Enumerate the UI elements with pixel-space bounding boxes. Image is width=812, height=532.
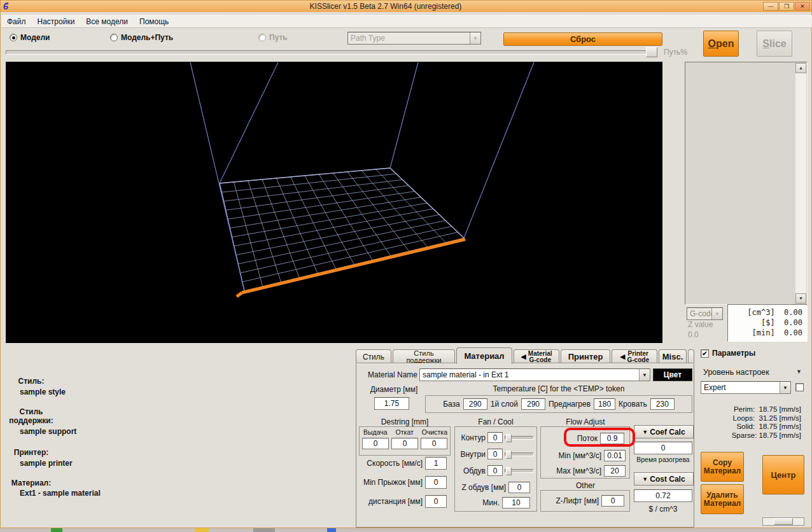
parameters-checkbox-box: ✔ [701,349,709,358]
fan-cooling-input[interactable] [487,465,503,476]
other-title: Other [541,481,630,490]
radio-models-circle [10,34,17,41]
destring-prime-input[interactable] [362,438,389,449]
coef-calc-dropdown-icon: ▼ [642,429,648,435]
fan-min-label: Мин. [458,498,500,507]
destring-title: Destring [mm] [360,417,450,426]
tab-style[interactable]: Стиль [356,349,391,363]
z-value-label: Z value [688,320,713,329]
cost-calc-button[interactable]: ▼ Cost Calc [634,472,694,486]
flow-min-label: Min [мм^3/с] [559,451,601,460]
flow-adjust-title: Flow Adjust [541,417,630,426]
flow-max-input[interactable] [604,465,626,477]
open-button[interactable]: Open [703,31,739,57]
window-title: KISSlicer v1.5 Beta 2.7 Win64 (unregiste… [8,2,763,11]
expert-level-select[interactable]: Expert ▼ [701,381,791,394]
material-summary-value: Ext1 - sample material [20,489,101,498]
copy-material-button[interactable]: Copy Материал [701,452,744,482]
tab-misc[interactable]: Misc. [659,349,687,363]
distance-input[interactable] [425,495,447,508]
menu-all-models[interactable]: Все модели [80,16,134,27]
maximize-button[interactable]: ❐ [779,2,794,11]
parameters-checkbox[interactable]: ✔ Параметры [701,349,755,358]
temp-firstlayer-label: 1й слой [491,400,518,409]
destring-wipe-input[interactable] [421,438,447,449]
scroll-down-button[interactable]: ▼ [795,293,806,304]
radio-models[interactable]: Модели [10,33,50,42]
destring-speed-input[interactable] [425,457,447,470]
flow-value-highlight-annotation [564,428,635,447]
cost-input[interactable] [634,489,692,502]
color-button[interactable]: Цвет [653,368,692,381]
temp-base-input[interactable] [463,398,487,410]
gcode-select[interactable]: G-code ▼ [687,307,723,320]
temp-bed-input[interactable] [650,398,675,410]
destring-suck-input[interactable] [391,438,418,449]
radio-models-label: Модели [20,33,50,42]
tab-printer-gcode[interactable]: ◀ Printer G-code [612,349,657,363]
z-fan-label: Z обдув [мм] [458,483,506,492]
minimize-button[interactable]: — [763,2,778,11]
app-icon: ϐ [3,2,8,11]
min-jump-label: Min Прыжок [мм] [358,478,423,487]
coef-calc-button[interactable]: ▼ Coef Calc [634,425,694,438]
close-button[interactable]: ✕ [795,2,810,11]
center-slider[interactable] [762,517,804,526]
support-summary-value: sample support [20,427,76,436]
temp-preheat-input[interactable] [594,398,615,410]
menu-file[interactable]: Файл [1,16,32,27]
reset-button[interactable]: Сброс [503,32,662,46]
temp-bed-label: Кровать [619,400,647,409]
tab-material[interactable]: Материал [456,347,512,364]
extra-settings-checkbox[interactable]: ✔ [795,383,804,391]
z-lift-input[interactable] [601,495,624,507]
tab-arrow-icon: ◀ [620,353,625,361]
path-percent-slider-handle[interactable] [646,47,657,57]
min-jump-input[interactable] [425,476,447,489]
fan-perimeter-slider[interactable] [505,436,534,440]
z-fan-input[interactable] [508,482,530,493]
path-percent-slider-track[interactable] [6,50,656,55]
scroll-up-button[interactable]: ▲ [795,63,806,73]
delete-material-button[interactable]: Удалить Материал [701,484,744,514]
tab-material-gcode[interactable]: ◀ Material G-code [514,349,559,363]
fan-cooling-label: Обдув [458,466,486,475]
models-list-panel[interactable]: ▲ ▼ [685,62,808,305]
fan-perimeter-input[interactable] [487,432,503,443]
diameter-input[interactable] [374,397,409,410]
radio-path-label: Путь [269,33,288,42]
fan-inside-input[interactable] [487,449,503,459]
radio-path-circle [258,34,266,41]
fan-min-input[interactable] [502,497,530,508]
coef-calc-input[interactable] [634,442,692,454]
destring-prime-label: Выдача [363,428,388,436]
3d-viewport[interactable] [6,62,662,343]
titlebar: ϐ KISSlicer v1.5 Beta 2.7 Win64 (unregis… [1,1,811,12]
tab-printer[interactable]: Принтер [561,349,610,363]
tab-support-style[interactable]: Стиль поддержки [393,349,455,363]
radio-model-path[interactable]: Модель+Путь [110,33,173,42]
print-bed-wireframe [6,62,662,343]
parameters-checkbox-label: Параметры [712,349,755,358]
center-button[interactable]: Центр [762,455,804,494]
settings-level-collapse-icon[interactable]: ▼ [796,368,802,375]
flow-min-input[interactable] [604,450,626,461]
tab-overflow-sliver[interactable] [688,349,694,363]
radio-model-path-label: Модель+Путь [121,33,173,42]
center-slider-handle[interactable] [774,518,793,525]
fan-perimeter-label: Контур [458,433,486,442]
menu-settings[interactable]: Настройки [32,16,81,27]
expert-level-dropdown-icon: ▼ [780,382,790,393]
destring-speed-label: Скорость [мм/с] [358,459,423,468]
temp-preheat-label: Преднагрев [549,400,591,409]
material-name-value: sample material - in Ext 1 [420,369,639,381]
gcode-select-value: G-code [687,308,711,319]
taskbar-icon [327,528,336,532]
models-scrollbar[interactable]: ▲ ▼ [795,63,806,304]
menu-help[interactable]: Помощь [134,16,174,27]
fan-inside-slider[interactable] [505,452,534,456]
distance-label: дистанция [мм] [358,497,423,506]
material-name-select[interactable]: sample material - in Ext 1 ▼ [419,368,650,381]
temp-firstlayer-input[interactable] [521,398,545,410]
fan-cooling-slider[interactable] [505,469,534,473]
